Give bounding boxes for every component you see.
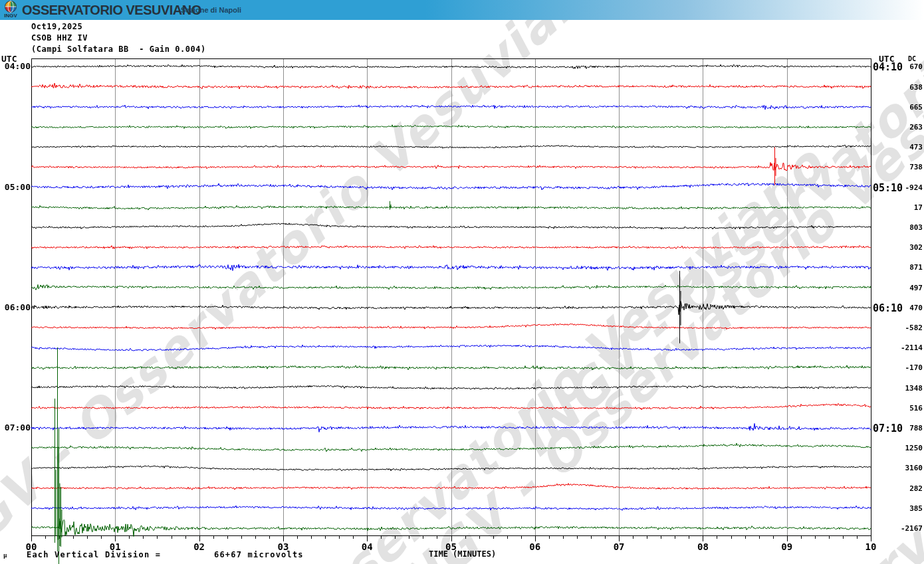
dc-value: 282 bbox=[891, 484, 923, 493]
dc-value: 670 bbox=[891, 62, 923, 71]
helicorder-page: INGV - Osservatorio VesuvianoINGV - Osse… bbox=[0, 0, 924, 564]
dc-value: 788 bbox=[891, 424, 923, 432]
dc-value: 3160 bbox=[891, 464, 923, 472]
dc-value: 385 bbox=[891, 504, 923, 513]
dc-value: 473 bbox=[891, 143, 923, 151]
scale-footnote-label: Each Vertical Division = bbox=[27, 550, 161, 559]
page-title: OSSERVATORIO VESUVIANO bbox=[22, 3, 201, 18]
dc-value: -170 bbox=[891, 363, 923, 372]
dc-value: 470 bbox=[891, 304, 923, 312]
date-label: Oct19,2025 bbox=[31, 22, 82, 31]
station-description: (Campi Solfatara BB - Gain 0.004) bbox=[31, 45, 206, 54]
dc-value: 497 bbox=[891, 284, 923, 292]
x-tick-label: 10 bbox=[860, 541, 882, 552]
hour-label-left: 07:00 bbox=[0, 423, 31, 432]
dc-value: 17 bbox=[891, 203, 923, 212]
x-tick-label: 07 bbox=[608, 541, 630, 552]
dc-value: 738 bbox=[891, 163, 923, 171]
dc-value: -582 bbox=[891, 324, 923, 332]
dc-value: 1250 bbox=[891, 444, 923, 452]
scale-footnote-value: 66+67 microvolts bbox=[214, 550, 304, 559]
hour-label-left: 04:00 bbox=[0, 61, 31, 71]
dc-value: 302 bbox=[891, 243, 923, 252]
x-tick-label: 08 bbox=[691, 541, 714, 552]
seismogram-canvas bbox=[0, 0, 924, 564]
dc-value: 516 bbox=[891, 404, 923, 413]
station-label: CSOB HHZ IV bbox=[31, 33, 88, 43]
x-tick-label: 06 bbox=[524, 541, 546, 552]
hour-label-left: 05:00 bbox=[0, 182, 31, 192]
dc-value: -924 bbox=[891, 183, 923, 192]
x-tick-label: 09 bbox=[776, 541, 798, 552]
x-tick-label: 02 bbox=[188, 541, 211, 552]
dc-column-header: DC bbox=[908, 55, 916, 62]
ingv-logo-text: INGV bbox=[2, 13, 19, 19]
dc-value: 665 bbox=[891, 103, 923, 112]
hour-label-left: 06:00 bbox=[0, 302, 31, 312]
dc-value: -2167 bbox=[891, 524, 923, 533]
header-bar: INGV OSSERVATORIO VESUVIANO Sezione di N… bbox=[0, 0, 924, 20]
dc-value: 263 bbox=[891, 123, 923, 132]
dc-value: 638 bbox=[891, 83, 923, 92]
page-subtitle: Sezione di Napoli bbox=[181, 6, 241, 14]
x-tick-label: 04 bbox=[356, 541, 378, 552]
dc-value: -2114 bbox=[891, 343, 923, 352]
dc-value: 871 bbox=[891, 263, 923, 272]
dc-value: 803 bbox=[891, 223, 923, 232]
x-axis-title: TIME (MINUTES) bbox=[429, 549, 496, 559]
dc-value: 1348 bbox=[891, 384, 923, 393]
footer-prefix: µ bbox=[3, 552, 7, 559]
